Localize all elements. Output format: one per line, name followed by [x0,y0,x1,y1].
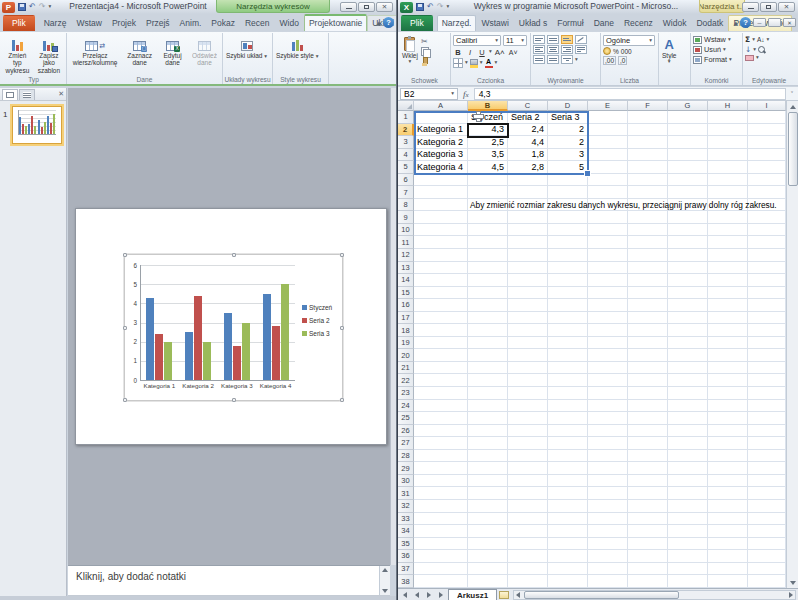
cell-E37[interactable] [588,563,628,576]
cell-E24[interactable] [588,400,628,413]
cell-E28[interactable] [588,450,628,463]
ribbon-tab-projektowanie[interactable]: Projektowanie [304,14,367,31]
cell-I33[interactable] [748,513,786,526]
cell-A24[interactable] [414,400,468,413]
bar-Seria 3-kat4[interactable] [53,114,55,134]
row-header-12[interactable]: 12 [398,249,414,262]
ribbon-tab-układ-s[interactable]: Układ s [514,15,552,31]
cell-B18[interactable] [468,324,508,337]
save-icon[interactable] [416,3,424,11]
ribbon-tab-formuł[interactable]: Formuł [552,15,588,31]
cell-B33[interactable] [468,513,508,526]
cell-F2[interactable] [628,124,668,137]
ribbon-tab-przejś[interactable]: Przejś [141,15,175,31]
cell-A26[interactable] [414,425,468,438]
format-painter-icon[interactable] [421,57,429,66]
increase-indent-icon[interactable] [547,55,559,64]
cell-E13[interactable] [588,262,628,275]
cell-H2[interactable] [708,124,748,137]
row-header-23[interactable]: 23 [398,387,414,400]
cell-F3[interactable] [628,136,668,149]
cell-I6[interactable] [748,174,786,187]
cell-H18[interactable] [708,324,748,337]
column-header-E[interactable]: E [588,101,628,111]
cell-F37[interactable] [628,563,668,576]
cell-D4[interactable]: 3 [548,149,588,162]
bar-Styczeń-kat3[interactable] [224,313,232,380]
cell-I34[interactable] [748,525,786,538]
cell-E16[interactable] [588,299,628,312]
cell-F30[interactable] [628,475,668,488]
cell-G15[interactable] [668,287,708,300]
bar-Styczeń-kat1[interactable] [146,298,154,380]
row-header-8[interactable]: 8 [398,199,414,212]
cell-C37[interactable] [508,563,548,576]
cell-G27[interactable] [668,437,708,450]
bar-Seria 3-kat1[interactable] [25,126,27,134]
bar-Seria 2-kat3[interactable] [233,346,241,381]
cell-E18[interactable] [588,324,628,337]
cell-C9[interactable] [508,211,548,224]
workbook-minimize-button[interactable]: ─ [753,18,766,27]
cell-B14[interactable] [468,274,508,287]
row-header-29[interactable]: 29 [398,462,414,475]
scroll-up-icon[interactable] [382,568,388,572]
autosum-button[interactable]: Σ [745,35,750,44]
cell-B28[interactable] [468,450,508,463]
cell-I3[interactable] [748,136,786,149]
borders-icon[interactable] [453,58,463,68]
cell-H11[interactable] [708,236,748,249]
cell-G23[interactable] [668,387,708,400]
cell-G14[interactable] [668,274,708,287]
format-cells-button[interactable]: Format▾ [693,55,732,64]
cell-A14[interactable] [414,274,468,287]
row-header-34[interactable]: 34 [398,525,414,538]
cell-E1[interactable] [588,111,628,124]
cell-A4[interactable]: Kategoria 3 [414,149,468,162]
cell-D23[interactable] [548,387,588,400]
cell-H15[interactable] [708,287,748,300]
scroll-down-icon[interactable] [382,589,388,593]
percent-format-button[interactable]: % [613,48,619,55]
cell-H30[interactable] [708,475,748,488]
cell-B23[interactable] [468,387,508,400]
column-header-I[interactable]: I [748,101,786,111]
expand-formula-bar-icon[interactable]: ˅ [786,90,798,97]
close-button[interactable]: ✕ [376,2,393,12]
resize-handle[interactable] [340,326,344,330]
cell-H19[interactable] [708,337,748,350]
cell-G33[interactable] [668,513,708,526]
ribbon-collapse-icon[interactable]: ▲ [376,19,381,26]
wrap-text-icon[interactable] [575,45,587,54]
cell-C35[interactable] [508,538,548,551]
cell-C29[interactable] [508,462,548,475]
resize-handle[interactable] [340,398,344,402]
cell-H12[interactable] [708,249,748,262]
copy-icon[interactable] [421,47,430,56]
row-header-22[interactable]: 22 [398,374,414,387]
cell-F20[interactable] [628,349,668,362]
cell-F17[interactable] [628,312,668,325]
ribbon-tab-pokaz[interactable]: Pokaz [206,15,240,31]
cell-I16[interactable] [748,299,786,312]
cell-E35[interactable] [588,538,628,551]
cell-A27[interactable] [414,437,468,450]
fill-icon[interactable]: ↓ [745,45,751,54]
cell-G26[interactable] [668,425,708,438]
cell-E25[interactable] [588,412,628,425]
cell-F22[interactable] [628,374,668,387]
cell-I5[interactable] [748,161,786,174]
cell-I37[interactable] [748,563,786,576]
cell-H13[interactable] [708,262,748,275]
cell-I29[interactable] [748,462,786,475]
chart-object[interactable]: 0123456Kategoria 1Kategoria 2Kategoria 3… [124,254,343,401]
row-header-4[interactable]: 4 [398,149,414,162]
cell-A37[interactable] [414,563,468,576]
cell-C34[interactable] [508,525,548,538]
bar-Seria 3-kat4[interactable] [281,284,289,380]
cell-A20[interactable] [414,349,468,362]
pp-vertical-scrollbar[interactable] [390,88,397,565]
cell-G2[interactable] [668,124,708,137]
ribbon-tab-dodatk[interactable]: Dodatk [691,15,728,31]
cell-A29[interactable] [414,462,468,475]
